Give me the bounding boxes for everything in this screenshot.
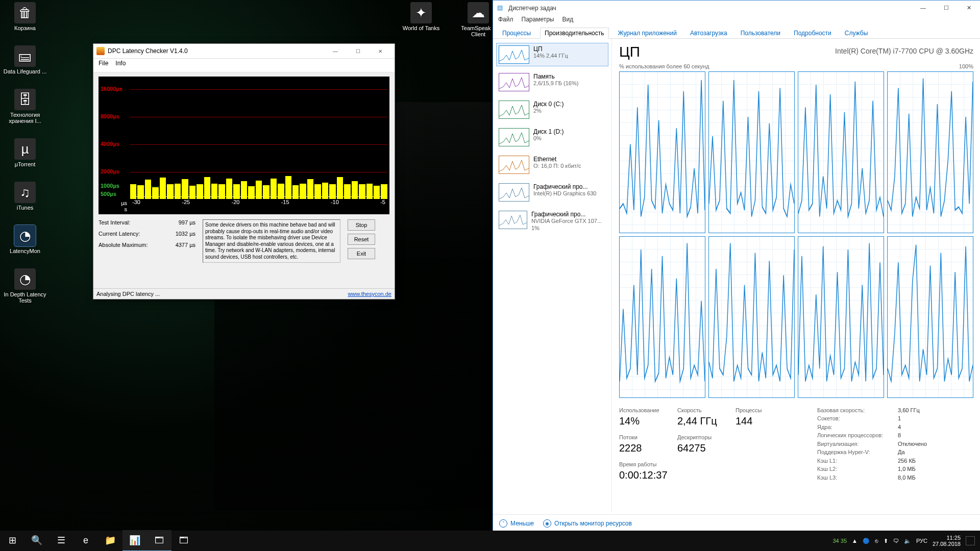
tray-icon[interactable]: ⬆	[884, 538, 888, 544]
tab[interactable]: Службы	[841, 28, 872, 38]
dpc-window[interactable]: DPC Latency Checker V1.4.0 — ☐ ✕ FileInf…	[93, 43, 395, 299]
taskbar-button[interactable]: 🗔	[147, 530, 172, 551]
fewer-details-link[interactable]: ˄Меньше	[499, 519, 534, 528]
dpc-titlebar[interactable]: DPC Latency Checker V1.4.0 — ☐ ✕	[93, 44, 395, 59]
tray-icon[interactable]: ⎋	[875, 538, 878, 544]
icon-label: LatencyMon	[10, 248, 40, 254]
clock-time: 11:25	[946, 535, 961, 541]
sidebar-tile[interactable]: Графический про...Intel(R) HD Graphics 6…	[496, 181, 608, 204]
taskbar[interactable]: ⊞🔍☰e📁📊🗔🗔 34 35 ▲🔵⎋⬆🗨🔈РУС 11:25 27.08.201…	[0, 531, 980, 551]
reset-button[interactable]: Reset	[348, 234, 375, 245]
core-graph	[887, 236, 973, 398]
resource-monitor-link[interactable]: ◉Открыть монитор ресурсов	[543, 519, 632, 528]
app-icon: ◔	[14, 268, 36, 290]
desktop-icon[interactable]: ◔LatencyMon	[2, 225, 48, 254]
menu-item[interactable]: Вид	[562, 16, 573, 26]
tab[interactable]: Процессы	[498, 28, 535, 38]
tab[interactable]: Пользователи	[737, 28, 785, 38]
sidebar-tile[interactable]: Графический про...NVIDIA GeForce GTX 107…	[496, 208, 608, 234]
icon-label: World of Tanks	[403, 25, 439, 31]
close-button[interactable]: ✕	[369, 45, 391, 57]
task-manager-window[interactable]: ▤ Диспетчер задач — ☐ ✕ ФайлПараметрыВид…	[493, 0, 980, 533]
mini-graph	[499, 156, 529, 174]
desktop-icons-column: 🗑Корзина🖴Data Lifeguard ...🗄Технология х…	[2, 2, 48, 304]
sidebar-tile[interactable]: ЦП14% 2,44 ГГц	[496, 43, 608, 66]
taskbar-button[interactable]: ☰	[49, 530, 74, 550]
dpc-statusbar: Analysing DPC latency ... www.thesycon.d…	[93, 288, 395, 299]
core-graph	[887, 71, 973, 233]
taskbar-button[interactable]: 🔍	[24, 530, 49, 550]
taskbar-button[interactable]: 🗔	[172, 530, 196, 550]
core-graph	[708, 71, 795, 233]
mini-graph	[499, 183, 529, 202]
dpc-chart: 500µs1000µs2000µs4000µs8000µs16000µs µss…	[99, 77, 389, 214]
tm-titlebar[interactable]: ▤ Диспетчер задач	[493, 1, 980, 16]
mini-graph	[499, 128, 529, 146]
icon-label: μTorrent	[15, 161, 36, 167]
dpc-link[interactable]: www.thesycon.de	[348, 291, 391, 297]
stop-button[interactable]: Stop	[348, 219, 375, 231]
menu-item[interactable]: Файл	[498, 16, 513, 26]
desktop-icon[interactable]: ✦World of Tanks	[398, 2, 444, 37]
app-icon: 🗑	[14, 2, 36, 23]
dpc-current-label: Current Latency:	[99, 231, 160, 237]
system-tray[interactable]: 34 35 ▲🔵⎋⬆🗨🔈РУС 11:25 27.08.2018	[827, 535, 980, 547]
maximize-button[interactable]: ☐	[347, 45, 369, 57]
close-button[interactable]: ✕	[958, 1, 980, 15]
desktop-icon[interactable]: 🖴Data Lifeguard ...	[2, 45, 48, 74]
dpc-xaxis: µss -30-25-20-15-10-5	[130, 196, 387, 214]
taskbar-button[interactable]: 📊	[122, 530, 147, 551]
menu-item[interactable]: File	[99, 60, 108, 71]
sidebar-tile[interactable]: Диск 0 (C:)2%	[496, 98, 608, 121]
app-icon: ♫	[14, 182, 36, 203]
tm-window-buttons: — ☐ ✕	[912, 1, 980, 15]
clock[interactable]: 11:25 27.08.2018	[933, 535, 961, 547]
taskbar-button[interactable]: 📁	[98, 530, 122, 550]
app-icon: ✦	[410, 2, 432, 23]
tm-tabs: ПроцессыПроизводительностьЖурнал приложе…	[493, 26, 980, 39]
tray-icon[interactable]: 🔵	[863, 538, 870, 544]
icon-label: Технология хранения I...	[2, 112, 48, 124]
sidebar-tile[interactable]: EthernetО: 16,0 П: 0 кбит/с	[496, 153, 608, 177]
tab[interactable]: Журнал приложений	[614, 28, 681, 38]
dpc-bars	[130, 86, 387, 199]
tm-metrics: Использование14%Скорость2,44 ГГцПроцессы…	[619, 407, 797, 481]
desktop-icon[interactable]: ◔In Depth Latency Tests	[2, 268, 48, 304]
metric: Время работы0:00:12:37	[619, 461, 797, 481]
tray-icons: ▲🔵⎋⬆🗨🔈РУС	[852, 538, 927, 544]
maximize-button[interactable]: ☐	[935, 1, 958, 15]
dpc-menubar: FileInfo	[93, 59, 395, 72]
core-graph	[619, 71, 705, 233]
monitor-icon: ◉	[543, 519, 551, 528]
sidebar-tile[interactable]: Память2,6/15,9 ГБ (16%)	[496, 70, 608, 94]
metric: Скорость2,44 ГГц	[677, 407, 728, 427]
desktop-icon[interactable]: ♫iTunes	[2, 182, 48, 211]
exit-button[interactable]: Exit	[348, 248, 375, 259]
dpc-absmax-label: Absolute Maximum:	[99, 242, 160, 248]
icon-label: Корзина	[14, 25, 36, 31]
taskbar-button[interactable]: ⊞	[0, 530, 24, 550]
desktop[interactable]: 🗑Корзина🖴Data Lifeguard ...🗄Технология х…	[0, 0, 980, 551]
tray-icon[interactable]: ▲	[852, 538, 857, 544]
mini-graph	[499, 101, 529, 119]
menu-item[interactable]: Info	[115, 60, 126, 71]
chevron-up-icon: ˄	[499, 519, 507, 528]
desktop-icon[interactable]: 🗑Корзина	[2, 2, 48, 31]
desktop-icon[interactable]: 🗄Технология хранения I...	[2, 89, 48, 124]
tm-stats: Использование14%Скорость2,44 ГГцПроцессы…	[619, 407, 973, 481]
metric: Процессы144	[736, 407, 797, 427]
taskbar-button[interactable]: e	[74, 530, 98, 550]
tab[interactable]: Подробности	[790, 28, 836, 38]
minimize-button[interactable]: —	[912, 1, 935, 15]
tab[interactable]: Производительность	[540, 28, 608, 39]
sidebar-tile[interactable]: Диск 1 (D:)0%	[496, 126, 608, 149]
minimize-button[interactable]: —	[324, 45, 347, 57]
app-icon: ◔	[14, 225, 36, 246]
tray-icon[interactable]: 🔈	[904, 538, 911, 544]
menu-item[interactable]: Параметры	[522, 16, 554, 26]
desktop-icon[interactable]: µμTorrent	[2, 138, 48, 167]
tab[interactable]: Автозагрузка	[686, 28, 731, 38]
tray-icon[interactable]: РУС	[916, 538, 927, 544]
tray-icon[interactable]: 🗨	[893, 538, 899, 544]
notifications-icon[interactable]	[966, 536, 975, 545]
